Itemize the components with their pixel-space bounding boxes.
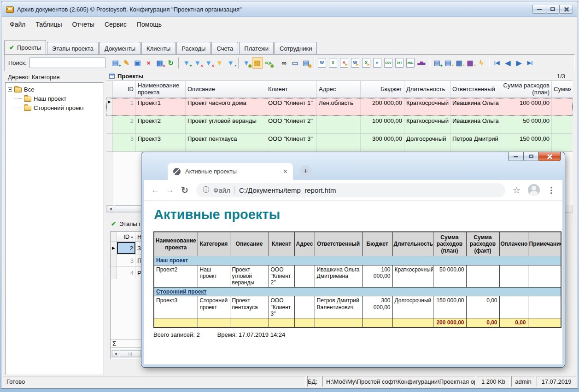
table-row[interactable]: 3Проект3Проект пентхаусаООО "Клиент 3"30… — [106, 134, 573, 152]
table-row[interactable]: 2Проект2Проект угловой верандыООО "Клиен… — [106, 116, 573, 134]
tree-item-root[interactable]: Все — [6, 85, 103, 94]
back-icon[interactable]: ← — [149, 185, 161, 195]
menu-item[interactable]: Отчеты — [67, 18, 99, 30]
tab-active[interactable]: ✔Проекты — [4, 40, 46, 54]
scrollbar-thumb[interactable]: ||| — [120, 350, 141, 357]
cell[interactable]: ООО "Клиент 3" — [266, 134, 317, 151]
minimize-button[interactable] — [532, 5, 546, 14]
profile-avatar[interactable] — [528, 184, 540, 196]
cell[interactable]: 1 — [113, 98, 136, 115]
cell[interactable]: 200 000,00 — [361, 98, 404, 115]
find-icon[interactable]: ∞ — [279, 57, 290, 69]
cell[interactable]: Проект2 — [136, 116, 186, 133]
tree-panel-toggle-icon[interactable]: ▧ — [252, 57, 263, 69]
collapse-icon[interactable] — [8, 87, 12, 92]
delete-from-table-icon[interactable]: ▦× — [154, 57, 165, 69]
filter-save-icon[interactable]: ▼▪ — [225, 57, 236, 69]
print-icon[interactable]: ▭ — [290, 57, 301, 69]
sql-view-icon[interactable]: SQL◉ — [263, 57, 274, 69]
column-header[interactable]: ID — [113, 81, 136, 98]
export-rtf-icon[interactable]: A▸ — [340, 58, 348, 68]
actions-icon[interactable]: ϟ — [476, 57, 487, 69]
tree-item[interactable]: Сторонний проект — [12, 103, 103, 112]
cell[interactable]: Проект пентхауса — [186, 134, 266, 151]
export-word-icon[interactable]: W — [318, 58, 326, 68]
cell[interactable]: 2 — [117, 242, 135, 254]
tab-item[interactable]: Счета — [211, 42, 238, 54]
tab-item[interactable]: Этапы проекта — [47, 42, 99, 54]
table-view-settings-icon[interactable]: ▦* — [454, 57, 465, 69]
nav-prev-icon[interactable]: ◀ — [503, 57, 514, 69]
column-header[interactable]: Наименование проекта — [136, 81, 186, 98]
record-form-settings-icon[interactable]: ▤* — [443, 57, 454, 69]
forward-icon[interactable]: → — [164, 185, 176, 195]
cell[interactable]: 50 000,00 — [501, 116, 552, 133]
filter-view-icon[interactable]: ▼◉ — [241, 57, 252, 69]
tab-item[interactable]: Платежи — [239, 42, 274, 54]
filter-remove-icon[interactable]: ▼× — [192, 57, 203, 69]
close-button[interactable] — [559, 5, 573, 14]
menu-item[interactable]: Помощь — [132, 18, 167, 30]
browser-maximize-button[interactable] — [523, 152, 539, 161]
delete-record-icon[interactable]: × — [143, 57, 154, 69]
cell[interactable]: Проект часного дома — [186, 98, 266, 115]
browser-minimize-button[interactable] — [508, 152, 524, 161]
cell[interactable]: ООО "Клиент 2" — [266, 116, 317, 133]
print-preview-icon[interactable]: ▤◉ — [301, 57, 312, 69]
scroll-left-icon[interactable]: ◀ — [107, 205, 114, 212]
column-header[interactable]: Сумма расходов (план) — [501, 81, 552, 98]
cell[interactable]: Долгосрочный — [404, 134, 450, 151]
cell[interactable]: Проект3 — [136, 134, 186, 151]
copy-record-icon[interactable]: ▣ — [132, 57, 143, 69]
info-icon[interactable]: ⓘ — [203, 186, 209, 194]
edit-record-icon[interactable]: ✎ — [121, 57, 132, 69]
column-header[interactable]: Бюджет — [361, 81, 404, 98]
new-tab-button[interactable]: + — [299, 165, 312, 178]
filter-edit-icon[interactable]: ▼ — [214, 57, 225, 69]
cell[interactable] — [317, 116, 361, 133]
table-row[interactable]: ▶1Проект1Проект часного домаООО "Клиент … — [106, 98, 573, 116]
cell[interactable]: 3 — [113, 134, 136, 151]
tab-item[interactable]: Расходы — [176, 42, 211, 54]
cell[interactable]: 100 000,00 — [361, 116, 404, 133]
cell[interactable]: Ивашкина Ольга — [450, 116, 501, 133]
browser-close-button[interactable] — [538, 152, 561, 161]
cell[interactable]: 150 000,00 — [501, 134, 552, 151]
cell[interactable]: 4 — [117, 267, 135, 279]
cell[interactable]: Петров Дмитрий — [450, 134, 501, 151]
filter-remove-all-icon[interactable]: ▼× — [203, 57, 214, 69]
filter-add-icon[interactable]: ▼+ — [181, 57, 192, 69]
column-header[interactable]: Ответственный — [450, 81, 501, 98]
cell[interactable]: Проект1 — [136, 98, 186, 115]
maximize-button[interactable] — [546, 5, 560, 14]
nav-last-icon[interactable]: ▶| — [525, 57, 536, 69]
cell[interactable]: 100 000,00 — [501, 98, 552, 115]
export-xml-icon[interactable]: XML — [406, 58, 415, 68]
export-excel-report-icon[interactable]: X▸ — [362, 58, 370, 68]
tab-item[interactable]: Сотрудники — [275, 42, 317, 54]
column-header[interactable]: Адрес — [317, 81, 361, 98]
record-form-add-icon[interactable]: ▤+ — [432, 57, 443, 69]
export-txt-icon[interactable]: TXT — [395, 58, 404, 68]
cell[interactable]: Ивашкина Ольга — [450, 98, 501, 115]
tab-item[interactable]: Документы — [99, 42, 140, 54]
cell[interactable]: Проект угловой веранды — [186, 116, 266, 133]
cell[interactable]: Лен.область — [317, 98, 361, 115]
scroll-left-icon[interactable]: ◀ — [112, 350, 119, 357]
menu-item[interactable]: Таблицы — [30, 18, 67, 30]
refresh-icon[interactable]: ↻ — [165, 57, 176, 69]
add-record-icon[interactable]: ▤+ — [110, 57, 121, 69]
nav-next-icon[interactable]: ▶ — [514, 57, 525, 69]
cell[interactable] — [552, 98, 571, 115]
column-header[interactable]: Клиент — [266, 81, 317, 98]
nav-first-icon[interactable]: |◀ — [491, 57, 503, 69]
chart-icon[interactable]: ▃▆▄ — [416, 57, 427, 69]
column-header[interactable]: Сумма — [552, 81, 571, 98]
export-excel-icon[interactable]: X — [329, 58, 337, 68]
reload-icon[interactable]: ↻ — [179, 185, 191, 196]
cell[interactable] — [552, 116, 571, 133]
tree-item[interactable]: Наш проект — [12, 94, 103, 103]
browser-menu-icon[interactable]: ⋮ — [547, 185, 555, 195]
cell[interactable]: 3 — [117, 254, 135, 266]
cell[interactable]: Краткосрочный — [404, 98, 450, 115]
